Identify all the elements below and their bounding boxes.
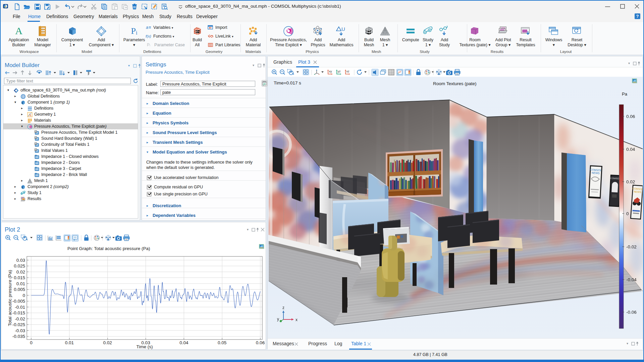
svg-text:-0.035: -0.035 xyxy=(12,334,25,339)
svg-text:a: a xyxy=(146,25,148,30)
svg-text:D: D xyxy=(35,148,37,150)
svg-text:D: D xyxy=(35,136,37,138)
svg-text:-0.02: -0.02 xyxy=(626,244,637,249)
svg-text:0.005: 0.005 xyxy=(14,287,25,292)
svg-text:NEWS: NEWS xyxy=(592,171,600,175)
svg-text:D: D xyxy=(35,130,37,132)
svg-text:0.01: 0.01 xyxy=(16,281,25,286)
svg-text:0: 0 xyxy=(30,340,33,345)
svg-text:0.02: 0.02 xyxy=(626,179,635,184)
svg-text:-0.005: -0.005 xyxy=(12,299,25,304)
svg-text:-0.025: -0.025 xyxy=(12,322,25,327)
svg-text:-0.01: -0.01 xyxy=(15,305,25,310)
svg-text:0.01: 0.01 xyxy=(65,340,74,345)
svg-text:xz: xz xyxy=(346,70,350,73)
svg-text:0: 0 xyxy=(626,211,629,216)
svg-text:xy: xy xyxy=(329,70,332,73)
svg-text:0.025: 0.025 xyxy=(14,263,25,268)
svg-text:0.02: 0.02 xyxy=(16,269,25,275)
svg-text:z: z xyxy=(282,305,284,310)
svg-text:A: A xyxy=(15,25,22,36)
svg-text:0.03: 0.03 xyxy=(16,258,25,263)
svg-text:0.06: 0.06 xyxy=(626,114,635,119)
svg-text:0.05: 0.05 xyxy=(218,340,226,345)
svg-text:-0.03: -0.03 xyxy=(15,328,25,333)
svg-text:0.04: 0.04 xyxy=(626,147,635,152)
svg-text:-0.04: -0.04 xyxy=(626,277,637,282)
svg-text:-0.02: -0.02 xyxy=(15,316,25,321)
svg-text:Pi: Pi xyxy=(147,43,150,47)
svg-text:U: U xyxy=(341,26,345,32)
svg-text:D: D xyxy=(35,142,37,144)
svg-text:-0.015: -0.015 xyxy=(12,310,25,315)
svg-text:0.015: 0.015 xyxy=(14,275,25,280)
svg-text:Time (s): Time (s) xyxy=(137,344,153,349)
svg-text:Pi: Pi xyxy=(131,26,138,36)
svg-text:0.06: 0.06 xyxy=(256,340,265,345)
svg-text:x: x xyxy=(296,317,298,322)
svg-text:Total acoustic pressure (Pa): Total acoustic pressure (Pa) xyxy=(7,270,12,326)
svg-text:0.02: 0.02 xyxy=(103,340,112,345)
svg-text:0: 0 xyxy=(22,293,25,298)
svg-text:f(x): f(x) xyxy=(146,34,151,38)
svg-text:yz: yz xyxy=(338,70,341,73)
svg-text:0.04: 0.04 xyxy=(179,340,189,345)
svg-text:y: y xyxy=(277,317,279,321)
svg-text:-0.06: -0.06 xyxy=(626,310,637,315)
